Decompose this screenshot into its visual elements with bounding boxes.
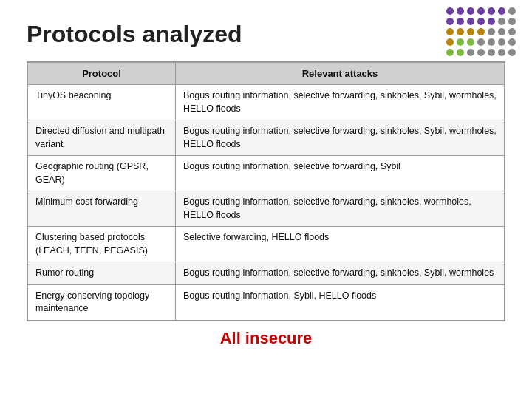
decorative-dot (457, 7, 464, 15)
decorative-dot (457, 18, 464, 25)
table-row: Clustering based protocols (LEACH, TEEN,… (28, 227, 505, 262)
protocol-cell: Clustering based protocols (LEACH, TEEN,… (28, 227, 176, 262)
table-header-row: Protocol Relevant attacks (28, 63, 505, 85)
decorative-dot (446, 38, 454, 46)
protocol-cell: TinyOS beaconing (28, 85, 176, 120)
decorative-dot (477, 49, 485, 56)
decorative-dots (446, 7, 517, 58)
protocol-cell: Minimum cost forwarding (28, 191, 176, 227)
protocol-cell: Directed diffusion and multipath variant (28, 120, 176, 156)
attacks-cell: Bogus routing information, selective for… (176, 85, 505, 120)
decorative-dot (446, 18, 454, 25)
decorative-dot (508, 7, 516, 15)
table-row: Directed diffusion and multipath variant… (28, 120, 505, 156)
decorative-dot (498, 49, 505, 56)
decorative-dot (467, 38, 474, 46)
decorative-dot (488, 7, 495, 15)
decorative-dot (477, 28, 485, 35)
attacks-cell: Bogus routing information, selective for… (176, 156, 505, 191)
col-protocol-header: Protocol (28, 63, 176, 85)
decorative-dot (488, 28, 495, 35)
col-attacks-header: Relevant attacks (176, 63, 505, 85)
protocol-cell: Rumor routing (28, 262, 176, 285)
attacks-cell: Bogus routing information, selective for… (176, 120, 505, 156)
decorative-dot (477, 18, 485, 25)
decorative-dot (508, 28, 516, 35)
decorative-dot (508, 49, 516, 56)
table-row: Minimum cost forwardingBogus routing inf… (28, 191, 505, 227)
decorative-dot (446, 49, 454, 56)
decorative-dot (446, 7, 454, 15)
attacks-cell: Bogus routing information, selective for… (176, 262, 505, 285)
table-row: Rumor routingBogus routing information, … (28, 262, 505, 285)
decorative-dot (498, 7, 505, 15)
decorative-dot (446, 28, 454, 35)
decorative-dot (488, 49, 495, 56)
decorative-dot (467, 28, 474, 35)
decorative-dot (488, 18, 495, 25)
attacks-cell: Selective forwarding, HELLO floods (176, 227, 505, 262)
decorative-dot (457, 49, 464, 56)
decorative-dot (488, 38, 495, 46)
decorative-dot (498, 18, 505, 25)
decorative-dot (498, 28, 505, 35)
footer-text: All insecure (0, 329, 532, 348)
protocols-table: Protocol Relevant attacks TinyOS beaconi… (27, 62, 505, 321)
decorative-dot (457, 38, 464, 46)
decorative-dot (508, 18, 516, 25)
protocol-cell: Energy conserving topology maintenance (28, 284, 176, 320)
decorative-dot (477, 7, 485, 15)
attacks-cell: Bogus routing information, selective for… (176, 191, 505, 227)
decorative-dot (467, 18, 474, 25)
decorative-dot (477, 38, 485, 46)
decorative-dot (498, 38, 505, 46)
attacks-cell: Bogus routing information, Sybil, HELLO … (176, 284, 505, 320)
decorative-dot (457, 28, 464, 35)
decorative-dot (467, 49, 474, 56)
table-row: TinyOS beaconingBogus routing informatio… (28, 85, 505, 120)
table-row: Geographic routing (GPSR, GEAR)Bogus rou… (28, 156, 505, 191)
decorative-dot (508, 38, 516, 46)
decorative-dot (467, 7, 474, 15)
protocols-table-container: Protocol Relevant attacks TinyOS beaconi… (27, 61, 505, 321)
table-row: Energy conserving topology maintenanceBo… (28, 284, 505, 320)
protocol-cell: Geographic routing (GPSR, GEAR) (28, 156, 176, 191)
